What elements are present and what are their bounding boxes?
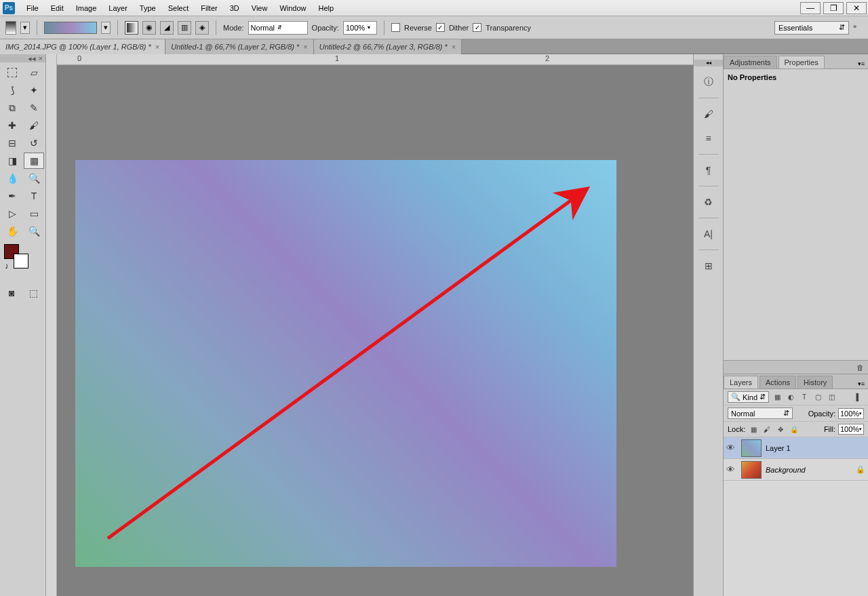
gradient-tool[interactable]: ▦: [24, 153, 44, 169]
lock-position-button[interactable]: ✥: [775, 424, 786, 434]
menu-file[interactable]: File: [20, 1, 45, 15]
color-swatches[interactable]: ⤸: [0, 241, 45, 282]
tab-adjustments[interactable]: Adjustments: [724, 56, 777, 68]
window-maximize-button[interactable]: ❐: [823, 2, 844, 14]
visibility-icon[interactable]: 👁: [726, 464, 737, 475]
window-close-button[interactable]: ✕: [846, 2, 867, 14]
window-minimize-button[interactable]: —: [800, 2, 821, 14]
type-tool[interactable]: T: [24, 188, 44, 204]
dodge-tool[interactable]: 🔍: [24, 170, 44, 186]
close-tab-icon[interactable]: ×: [452, 43, 456, 51]
layers-menu-icon[interactable]: ▾≡: [854, 379, 868, 389]
menu-view[interactable]: View: [245, 1, 274, 15]
layer-filter-dropdown[interactable]: 🔍Kind⇵: [728, 391, 769, 403]
layer-thumbnail[interactable]: [741, 461, 762, 479]
dither-checkbox[interactable]: ✓: [436, 23, 445, 32]
menu-select[interactable]: Select: [162, 1, 195, 15]
swatches-panel-icon[interactable]: ♻: [700, 193, 717, 211]
tool-preset-dropdown[interactable]: ▾: [20, 22, 30, 34]
move-tool[interactable]: [2, 64, 22, 81]
canvas-area[interactable]: [57, 65, 693, 596]
lock-all-button[interactable]: 🔒: [789, 424, 800, 434]
document-tab-3[interactable]: Untitled-2 @ 66,7% (Layer 3, RGB/8) *×: [314, 39, 462, 54]
brush-tool[interactable]: 🖌: [24, 117, 44, 134]
menu-help[interactable]: Help: [313, 1, 340, 15]
document-tab-2[interactable]: Untitled-1 @ 66,7% (Layer 2, RGB/8) *×: [165, 39, 314, 54]
mode-dropdown[interactable]: Normal⇵: [248, 21, 308, 35]
gradient-angle-button[interactable]: ◢: [160, 21, 174, 35]
panel-menu-icon[interactable]: ▾≡: [854, 59, 868, 68]
lock-transparent-button[interactable]: ▦: [748, 424, 759, 434]
styles-panel-icon[interactable]: ⊞: [700, 257, 717, 275]
blend-mode-dropdown[interactable]: Normal⇵: [728, 408, 793, 419]
menu-3d[interactable]: 3D: [224, 1, 245, 15]
layer-row[interactable]: 👁 Background 🔒: [724, 459, 868, 481]
paragraph-panel-icon[interactable]: ¶: [700, 161, 717, 179]
brushpresets-panel-icon[interactable]: ≡: [700, 130, 717, 147]
lock-pixels-button[interactable]: 🖌: [762, 424, 772, 434]
eraser-tool[interactable]: ◨: [2, 153, 22, 169]
layer-thumbnail[interactable]: [741, 439, 762, 457]
visibility-icon[interactable]: 👁: [726, 443, 737, 453]
opacity-input[interactable]: 100%▾: [343, 21, 377, 35]
reverse-checkbox[interactable]: [391, 23, 400, 32]
gradient-preview[interactable]: [44, 22, 97, 34]
filter-smart-icon[interactable]: ◫: [826, 393, 837, 402]
healing-tool[interactable]: ✚: [2, 117, 22, 134]
history-brush-tool[interactable]: ↺: [24, 135, 44, 151]
filter-adjust-icon[interactable]: ◐: [785, 393, 796, 402]
pen-tool[interactable]: ✒: [2, 188, 22, 204]
fill-input[interactable]: 100%▾: [838, 424, 864, 435]
menu-edit[interactable]: Edit: [45, 1, 70, 15]
workspace-dropdown[interactable]: Essentials⇵: [774, 21, 849, 35]
marquee-tool[interactable]: ▱: [24, 64, 44, 81]
layer-opacity-input[interactable]: 100%▾: [838, 408, 864, 419]
path-tool[interactable]: ▷: [2, 205, 22, 222]
character-panel-icon[interactable]: A|: [700, 225, 717, 243]
swap-colors-icon[interactable]: ⤸: [4, 263, 9, 270]
close-tab-icon[interactable]: ×: [303, 43, 307, 51]
tab-layers[interactable]: Layers: [724, 376, 758, 389]
stamp-tool[interactable]: ⊟: [2, 135, 22, 151]
transparency-checkbox[interactable]: ✓: [473, 23, 481, 32]
gradient-picker-dropdown[interactable]: ▾: [101, 22, 111, 34]
workspace-expand-button[interactable]: »: [853, 23, 863, 33]
tab-history[interactable]: History: [797, 376, 833, 389]
dock-expand-button[interactable]: ◂◂: [694, 60, 723, 66]
tab-properties[interactable]: Properties: [778, 56, 825, 68]
filter-shape-icon[interactable]: ▢: [812, 393, 823, 402]
filter-pixel-icon[interactable]: ▦: [772, 393, 783, 402]
tab-actions[interactable]: Actions: [760, 376, 796, 389]
layer-name[interactable]: Background: [766, 466, 852, 474]
lasso-tool[interactable]: ⟆: [2, 82, 22, 98]
tool-panel-header[interactable]: ◂◂×: [0, 54, 45, 62]
menu-filter[interactable]: Filter: [195, 1, 223, 15]
menu-type[interactable]: Type: [134, 1, 162, 15]
shape-tool[interactable]: ▭: [24, 205, 44, 222]
trash-icon[interactable]: 🗑: [856, 363, 864, 372]
screenmode-button[interactable]: ⬚: [25, 285, 43, 301]
quickmask-button[interactable]: ◙: [3, 285, 21, 301]
layer-name[interactable]: Layer 1: [766, 444, 865, 452]
filter-type-icon[interactable]: T: [799, 393, 810, 402]
hand-tool[interactable]: ✋: [2, 223, 22, 239]
crop-tool[interactable]: ⧉: [2, 100, 22, 116]
menu-window[interactable]: Window: [273, 1, 312, 15]
gradient-reflected-button[interactable]: ▥: [178, 21, 191, 35]
menu-image[interactable]: Image: [70, 1, 103, 15]
blur-tool[interactable]: 💧: [2, 170, 22, 186]
filter-toggle[interactable]: ▌: [853, 393, 864, 402]
layer-row[interactable]: 👁 Layer 1: [724, 437, 868, 459]
document-canvas[interactable]: [75, 160, 616, 567]
gradient-diamond-button[interactable]: ◈: [195, 21, 209, 35]
gradient-radial-button[interactable]: ◉: [142, 21, 156, 35]
background-color[interactable]: [14, 254, 28, 269]
magic-wand-tool[interactable]: ✦: [24, 82, 44, 98]
info-panel-icon[interactable]: ⓘ: [700, 73, 717, 91]
gradient-linear-button[interactable]: [125, 21, 138, 35]
brush-panel-icon[interactable]: 🖌: [700, 105, 717, 123]
close-tab-icon[interactable]: ×: [155, 43, 159, 51]
eyedropper-tool[interactable]: ✎: [24, 100, 44, 116]
menu-layer[interactable]: Layer: [102, 1, 134, 15]
tool-preset-button[interactable]: [5, 21, 16, 35]
